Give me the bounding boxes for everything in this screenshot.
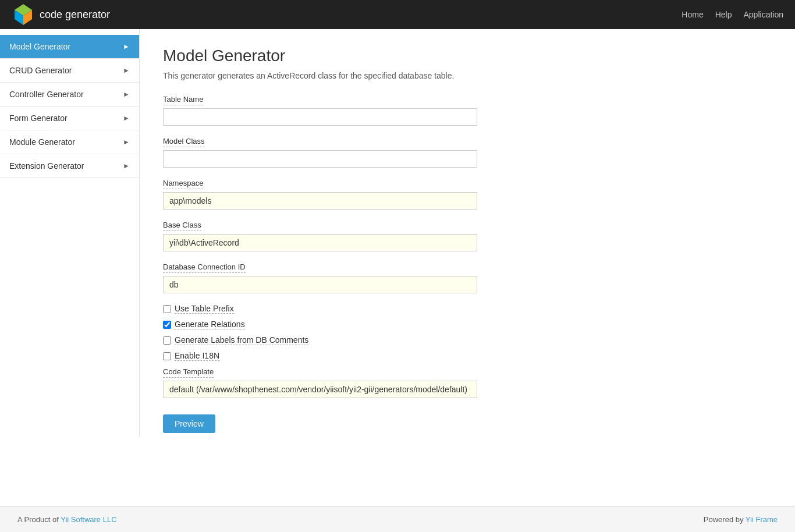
checkbox-group-generate-relations: Generate Relations	[163, 320, 772, 329]
preview-button[interactable]: Preview	[163, 414, 215, 433]
sidebar-item-crud-generator[interactable]: CRUD Generator ►	[0, 59, 139, 83]
label-generate-labels[interactable]: Generate Labels from DB Comments	[175, 335, 308, 345]
nav-application[interactable]: Application	[744, 7, 784, 22]
sidebar-item-extension-generator[interactable]: Extension Generator ►	[0, 154, 139, 178]
input-db-connection[interactable]	[163, 276, 477, 293]
sidebar-item-label: Model Generator	[9, 42, 70, 51]
field-model-class: Model Class	[163, 136, 772, 168]
input-base-class[interactable]	[163, 234, 477, 251]
input-namespace[interactable]	[163, 192, 477, 210]
field-db-connection: Database Connection ID	[163, 262, 772, 293]
label-db-connection: Database Connection ID	[163, 263, 246, 273]
sidebar: Model Generator ► CRUD Generator ► Contr…	[0, 29, 140, 437]
input-table-name[interactable]	[163, 108, 477, 126]
footer-left-text: A Product of	[17, 515, 61, 524]
chevron-right-icon: ►	[123, 138, 130, 146]
field-table-name: Table Name	[163, 94, 772, 126]
checkbox-group-use-table-prefix: Use Table Prefix	[163, 304, 772, 314]
footer-right-text: Powered by	[704, 515, 746, 524]
top-nav: Home Help Application	[682, 7, 783, 22]
input-model-class[interactable]	[163, 150, 477, 168]
checkbox-group-generate-labels: Generate Labels from DB Comments	[163, 335, 772, 345]
field-namespace: Namespace	[163, 178, 772, 210]
footer: A Product of Yii Software LLC Powered by…	[0, 506, 795, 532]
footer-right: Powered by Yii Frame	[704, 515, 778, 524]
sidebar-item-label: CRUD Generator	[9, 66, 72, 75]
sidebar-item-controller-generator[interactable]: Controller Generator ►	[0, 83, 139, 107]
checkbox-enable-i18n[interactable]	[163, 352, 171, 360]
footer-left: A Product of Yii Software LLC	[17, 515, 117, 524]
footer-left-link[interactable]: Yii Software LLC	[61, 515, 116, 524]
label-model-class: Model Class	[163, 137, 205, 147]
sidebar-item-model-generator[interactable]: Model Generator ►	[0, 35, 139, 59]
checkbox-use-table-prefix[interactable]	[163, 305, 171, 313]
checkbox-group-enable-i18n: Enable I18N	[163, 351, 772, 361]
chevron-right-icon: ►	[123, 66, 130, 75]
page-description: This generator generates an ActiveRecord…	[163, 71, 772, 80]
sidebar-item-label: Module Generator	[9, 137, 75, 147]
logo-area: code generator	[12, 3, 110, 26]
label-namespace: Namespace	[163, 179, 203, 189]
chevron-right-icon: ►	[123, 162, 130, 170]
content-area: Model Generator This generator generates…	[140, 29, 795, 451]
field-base-class: Base Class	[163, 220, 772, 251]
field-code-template: Code Template	[163, 367, 772, 398]
chevron-right-icon: ►	[123, 114, 130, 122]
logo-text: code generator	[40, 9, 110, 21]
sidebar-item-form-generator[interactable]: Form Generator ►	[0, 107, 139, 130]
sidebar-item-label: Controller Generator	[9, 90, 84, 99]
label-base-class: Base Class	[163, 221, 201, 231]
input-code-template[interactable]	[163, 381, 477, 398]
header: code generator Home Help Application	[0, 0, 795, 29]
chevron-right-icon: ►	[123, 42, 130, 51]
main-layout: Model Generator ► CRUD Generator ► Contr…	[0, 29, 795, 506]
nav-help[interactable]: Help	[715, 7, 732, 22]
checkbox-generate-relations[interactable]	[163, 321, 171, 329]
label-enable-i18n[interactable]: Enable I18N	[175, 351, 219, 361]
sidebar-item-module-generator[interactable]: Module Generator ►	[0, 130, 139, 154]
label-generate-relations[interactable]: Generate Relations	[175, 320, 245, 329]
label-use-table-prefix[interactable]: Use Table Prefix	[175, 304, 234, 314]
footer-right-link[interactable]: Yii Frame	[746, 515, 778, 524]
label-table-name: Table Name	[163, 95, 203, 105]
sidebar-item-label: Extension Generator	[9, 161, 84, 171]
label-code-template: Code Template	[163, 367, 214, 378]
checkbox-generate-labels[interactable]	[163, 336, 171, 345]
page-title: Model Generator	[163, 47, 772, 65]
yii-logo-icon	[12, 3, 35, 26]
sidebar-item-label: Form Generator	[9, 114, 68, 123]
chevron-right-icon: ►	[123, 90, 130, 98]
nav-home[interactable]: Home	[682, 7, 703, 22]
